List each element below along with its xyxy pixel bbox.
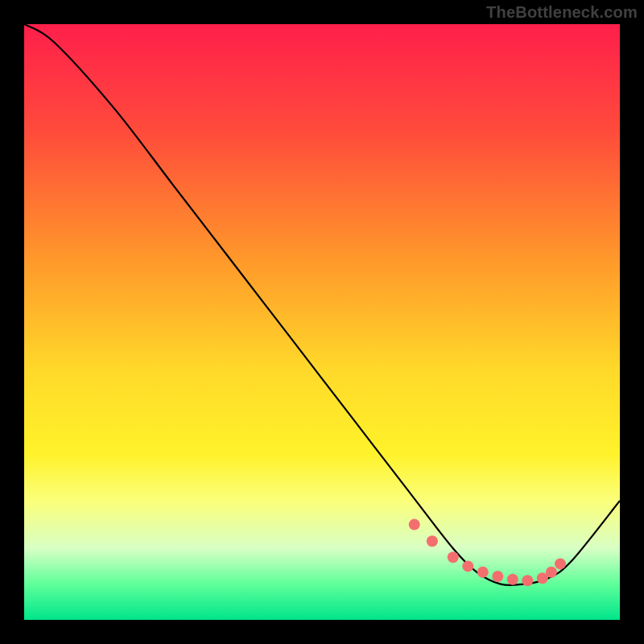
marker-dot bbox=[546, 567, 557, 578]
marker-dot bbox=[448, 551, 459, 563]
marker-dot bbox=[409, 519, 420, 530]
bottleneck-curve bbox=[24, 24, 620, 585]
marker-dot bbox=[555, 558, 566, 569]
marker-dot bbox=[507, 574, 518, 585]
chart-frame: TheBottleneck.com bbox=[0, 0, 644, 644]
chart-svg bbox=[24, 24, 620, 620]
marker-dot bbox=[522, 575, 533, 586]
plot-area bbox=[24, 24, 620, 620]
marker-dot bbox=[427, 535, 438, 547]
marker-dot bbox=[477, 567, 489, 578]
marker-group bbox=[409, 519, 566, 587]
watermark-text: TheBottleneck.com bbox=[486, 3, 638, 22]
marker-dot bbox=[492, 571, 503, 582]
marker-dot bbox=[462, 560, 473, 572]
